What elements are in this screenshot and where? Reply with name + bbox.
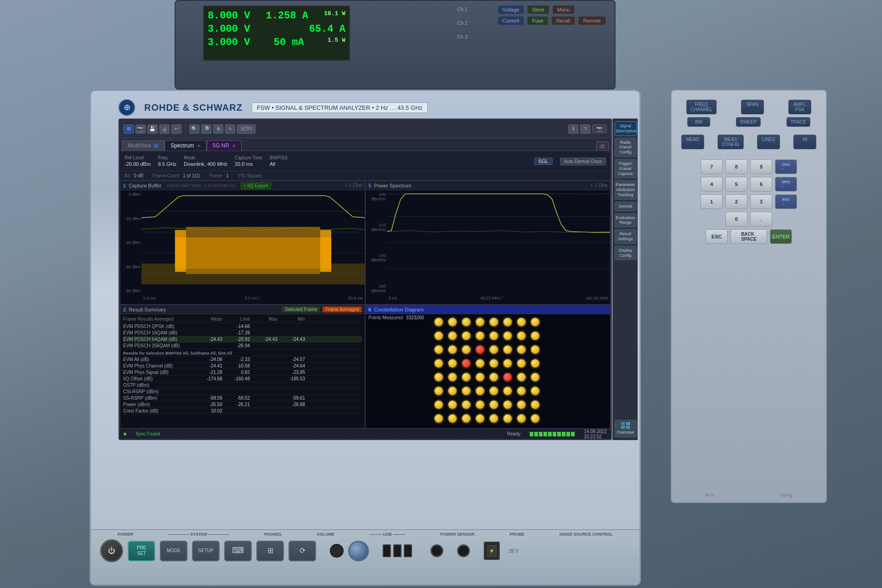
probe-connector[interactable] <box>457 544 470 557</box>
result-row-16qam: EVM PDSCH 16QAM (dB) -17.39 <box>123 330 362 336</box>
const-dot <box>435 318 443 326</box>
trigger-btn[interactable]: Trigger/FranalCapture <box>615 159 637 178</box>
usb-port-3[interactable] <box>404 544 412 557</box>
current-btn[interactable]: Current <box>498 17 524 25</box>
screenshot-btn[interactable]: 📷 <box>592 124 607 133</box>
headphone-jack[interactable] <box>330 544 344 558</box>
mode-button[interactable]: MODE <box>160 541 187 561</box>
save-icon[interactable]: 💾 <box>147 124 158 134</box>
5gnr-close-icon[interactable]: ✕ <box>232 143 236 148</box>
evaluation-range-btn[interactable]: EvaluationRange <box>615 213 637 228</box>
windows-icon[interactable]: ⊞ <box>124 124 134 134</box>
menu-btn[interactable]: Menu <box>553 6 575 14</box>
meas-key[interactable]: MEAS <box>681 135 704 149</box>
sync-indicator <box>124 433 126 435</box>
key-3[interactable]: 3 <box>750 194 772 209</box>
tab-5gnr[interactable]: 5G NR ✕ <box>207 140 242 151</box>
camera-icon[interactable]: 📷 <box>136 124 146 134</box>
key-9[interactable]: 9 <box>750 159 772 174</box>
const-dot <box>517 387 526 395</box>
const-dot <box>476 387 484 395</box>
scpi-btn[interactable]: SCPI <box>237 124 255 134</box>
volume-knob[interactable] <box>348 541 369 561</box>
store-btn[interactable]: Store <box>527 6 548 14</box>
power-sensor-connector[interactable] <box>430 544 443 557</box>
input-key[interactable]: IN <box>793 135 816 149</box>
ampl-key[interactable]: AMPLPSA <box>788 100 811 114</box>
display-config-btn[interactable]: DisplayConfig <box>615 246 637 260</box>
tab-spectrum[interactable]: Spectrum ✕ <box>164 140 206 151</box>
result-row-ostp: OSTP (dBm) <box>123 382 362 389</box>
result-row-iq-offset: I/Q Offset (dB) -174.68 -160.48 -195.53 <box>123 376 362 382</box>
result-row-evm-phys-chan: EVM Phys Channel (dB) -24.41 -10.58 -24.… <box>123 363 362 369</box>
key-dot[interactable]: . <box>750 212 772 226</box>
usb-port-1[interactable] <box>383 544 391 557</box>
const-dot <box>462 318 470 326</box>
zoom-out-icon[interactable]: 🔎 <box>201 124 211 134</box>
key-4[interactable]: 4 <box>701 177 723 192</box>
setup-button[interactable]: SETUP <box>192 541 220 561</box>
key-mhz[interactable]: MHz↑ <box>775 177 797 192</box>
zoom-icon[interactable]: 🔍 <box>189 124 199 134</box>
signal-description-btn[interactable]: SignalDescription <box>615 121 637 136</box>
auto-demod-btn[interactable]: Auto Demod Once <box>560 158 606 164</box>
constellation-grid <box>435 318 541 424</box>
zoom-in-icon[interactable]: ⊕ <box>213 124 223 134</box>
fuse-btn[interactable]: Fuse <box>527 17 548 25</box>
remote-btn[interactable]: Remote <box>578 17 605 25</box>
key-0[interactable]: 0 <box>725 212 747 226</box>
lines-key[interactable]: LINES <box>757 135 780 149</box>
key-backspace[interactable]: BACKSPACE <box>730 229 767 244</box>
power-button[interactable]: ⏻ <box>100 539 123 562</box>
results-table: Frame Results Averaged Mean Limit Max Mi… <box>120 314 365 419</box>
meas-config-key[interactable]: MEASCONFIG <box>718 135 744 149</box>
key-1[interactable]: 1 <box>701 194 723 209</box>
key-enter[interactable]: ENTER <box>770 229 792 244</box>
volume-section-label: VOLUME <box>317 532 334 537</box>
const-dot <box>517 414 526 423</box>
cursor-icon[interactable]: ↖ <box>225 124 235 134</box>
freq-channel-key[interactable]: FREQCHANNEL <box>686 100 717 114</box>
preset-button[interactable]: PRESET <box>128 541 155 561</box>
const-dot <box>448 332 457 340</box>
voltage-btn[interactable]: Voltage <box>498 6 524 14</box>
rotate-button[interactable]: ⟳ <box>288 541 316 561</box>
key-5[interactable]: 5 <box>725 177 747 192</box>
span-key[interactable]: SPAN <box>741 100 764 114</box>
tab-bar: MultiView ⊞ Spectrum ✕ 5G NR ✕ ⊡ <box>120 138 611 151</box>
bw-key[interactable]: BW <box>687 117 710 127</box>
demod-btn[interactable]: Demod <box>615 202 637 211</box>
maximize-btn[interactable]: ⊡ <box>596 141 609 151</box>
recall-btn[interactable]: Recall <box>552 17 575 25</box>
keyboard-button[interactable]: ⌨ <box>224 541 252 561</box>
iq-export-btn[interactable]: + I/Q Export <box>241 183 271 188</box>
key-6[interactable]: 6 <box>750 177 772 192</box>
parameter-tracking-btn[interactable]: ParameterAttributionTracking <box>615 180 637 199</box>
const-dot <box>448 345 457 354</box>
key-2[interactable]: 2 <box>725 194 747 209</box>
noise-source-control[interactable]: ⚡ <box>484 542 500 560</box>
help-icon[interactable]: ? <box>580 124 590 134</box>
tab-spectrum-label: Spectrum <box>170 142 194 149</box>
capture-x-axis: 0.0 ms 2.0 ms / 20.0 ms <box>141 295 365 304</box>
trace-key[interactable]: TRACE <box>786 117 810 127</box>
const-dot <box>476 359 484 368</box>
result-settings-btn[interactable]: ResultSettings <box>615 229 637 244</box>
print-icon[interactable]: 🖨 <box>159 124 170 134</box>
grid-button[interactable]: ⊞ <box>256 541 284 561</box>
key-8[interactable]: 8 <box>725 159 747 174</box>
radio-config-btn[interactable]: RadioFranalConfig <box>615 138 637 157</box>
tab-multiview[interactable]: MultiView ⊞ <box>122 140 164 151</box>
key-esc[interactable]: ESC <box>706 229 728 244</box>
const-dot <box>490 318 498 326</box>
key-khz[interactable]: kHz↑ <box>775 194 797 209</box>
sweep-key[interactable]: SWEEP <box>736 117 761 127</box>
spectrum-close-icon[interactable]: ✕ <box>197 143 201 148</box>
usb-port-2[interactable] <box>393 544 401 557</box>
key-ghz[interactable]: GHz↑ <box>775 159 797 174</box>
const-dot <box>435 401 443 409</box>
undo-icon[interactable]: ↩ <box>171 124 181 134</box>
overview-btn[interactable]: Overview <box>615 420 637 437</box>
info-icon[interactable]: ℹ <box>568 124 578 134</box>
key-7[interactable]: 7 <box>701 159 723 174</box>
